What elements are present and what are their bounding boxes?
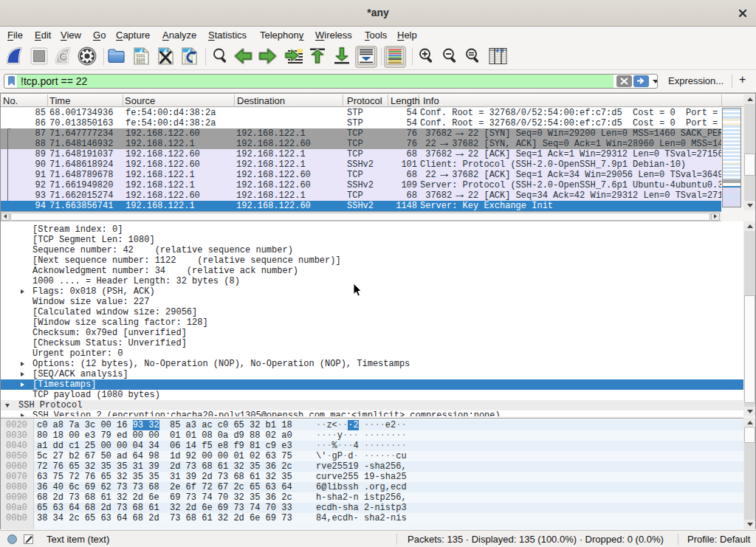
svg-text:0011: 0011 [137,61,145,65]
